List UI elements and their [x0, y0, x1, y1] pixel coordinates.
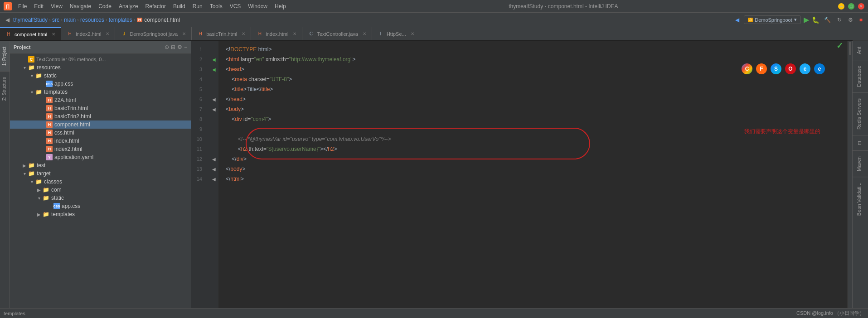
tab-httpse[interactable]: I HttpSe... ✕	[372, 27, 420, 40]
gutter-fold-2[interactable]: ◀	[209, 54, 218, 64]
tab-basictrin-close[interactable]: ✕	[242, 31, 245, 36]
vertical-scrollbar[interactable]	[848, 41, 852, 318]
gutter-fold-3[interactable]: ◀	[209, 64, 218, 74]
gutter-fold-8[interactable]	[209, 114, 218, 124]
hide-panel-icon[interactable]: −	[184, 44, 187, 50]
menu-refactor[interactable]: Refactor	[143, 2, 169, 10]
code-editor[interactable]: 1 2 3 4 5 6 7 8 9 10 11 12 13 14 ◀ ◀	[191, 41, 852, 318]
maven-panel-tab[interactable]: Maven	[853, 150, 868, 177]
menu-file[interactable]: File	[15, 2, 29, 10]
stop-button[interactable]: ■	[858, 16, 864, 24]
gutter-fold-7[interactable]: ◀	[209, 104, 218, 114]
breadcrumb-templates[interactable]: templates	[109, 17, 132, 23]
firefox-icon[interactable]: F	[756, 63, 767, 74]
tab-index[interactable]: H index.html ✕	[251, 27, 302, 40]
back-nav-button[interactable]: ◀	[733, 16, 741, 24]
tab-demo[interactable]: J DemoSpringboot.java ✕	[115, 27, 192, 40]
menu-view[interactable]: View	[48, 2, 65, 10]
gutter-fold-4[interactable]	[209, 74, 218, 84]
tab-textcontroller[interactable]: C TextController.java ✕	[302, 27, 372, 40]
tree-target[interactable]: ▾ 📁 target	[10, 169, 191, 178]
project-panel-tab[interactable]: 1: Project	[0, 41, 10, 71]
collapse-all-icon[interactable]: ⊟	[171, 44, 175, 50]
tree-basictrin[interactable]: H basicTrin.html	[10, 104, 191, 112]
tree-22a[interactable]: H 22A.html	[10, 96, 191, 104]
redis-panel-tab[interactable]: Redis Servers	[853, 92, 868, 135]
ie-icon[interactable]: e	[800, 63, 810, 74]
tree-css-html[interactable]: H css.html	[10, 129, 191, 137]
tree-test[interactable]: ▶ 📁 test	[10, 161, 191, 169]
tab-textcontroller-close[interactable]: ✕	[363, 31, 366, 36]
opera-icon[interactable]: O	[785, 63, 796, 74]
run-button[interactable]: ▶	[804, 15, 809, 24]
tree-basictrin2[interactable]: H basicTrin2.html	[10, 112, 191, 120]
safari-icon[interactable]: S	[771, 63, 781, 74]
build-button[interactable]: 🔨	[822, 16, 833, 24]
menu-navigate[interactable]: Navigate	[67, 2, 94, 10]
tab-httpse-close[interactable]: ✕	[411, 31, 414, 36]
tab-basictrin[interactable]: H basicTrin.html ✕	[192, 27, 251, 40]
menu-build[interactable]: Build	[170, 2, 188, 10]
reload-button[interactable]: ↻	[835, 16, 844, 24]
menu-edit[interactable]: Edit	[31, 2, 46, 10]
menu-tools[interactable]: Tools	[207, 2, 225, 10]
tab-demo-close[interactable]: ✕	[182, 31, 186, 36]
gutter-fold-11[interactable]	[209, 144, 218, 154]
tree-static-target[interactable]: ▾ 📁 static	[10, 194, 191, 202]
tree-templates-target[interactable]: ▶ 📁 templates	[10, 210, 191, 218]
menu-window[interactable]: Window	[245, 2, 270, 10]
tab-index2[interactable]: H index2.html ✕	[61, 27, 115, 40]
code-content[interactable]: <!DOCTYPE html> <html lang="en" xmlns:th…	[218, 41, 848, 318]
menu-help[interactable]: Help	[272, 2, 289, 10]
debug-button[interactable]: 🐛	[812, 16, 820, 24]
gutter-fold-13[interactable]: ◀	[209, 164, 218, 174]
breadcrumb-main[interactable]: main	[64, 17, 76, 23]
tree-textcontroller[interactable]: C TextController 0% methods, 0...	[10, 55, 191, 63]
tree-index2-html[interactable]: H index2.html	[10, 145, 191, 153]
gutter-fold-12[interactable]: ◀	[209, 154, 218, 164]
tree-appcss-target[interactable]: css app.css	[10, 202, 191, 210]
settings-icon[interactable]: ⚙	[177, 44, 182, 50]
tree-static[interactable]: ▾ 📁 static	[10, 72, 191, 80]
close-button[interactable]: ✕	[858, 3, 864, 10]
tree-com[interactable]: ▶ 📁 com	[10, 186, 191, 194]
structure-panel-tab[interactable]: Z: Structure	[0, 71, 10, 106]
ant-panel-tab[interactable]: Ant	[853, 41, 868, 60]
scrollbar-thumb[interactable]	[849, 42, 851, 55]
more-button[interactable]: ⚙	[846, 16, 855, 24]
tree-index-html[interactable]: H index.html	[10, 137, 191, 145]
tab-componet-close[interactable]: ✕	[52, 32, 55, 37]
menu-vcs[interactable]: VCS	[227, 2, 244, 10]
breadcrumb-file[interactable]: H componet.html	[137, 16, 180, 23]
tree-appcss-static[interactable]: css app.css	[10, 80, 191, 88]
tree-resources[interactable]: ▾ 📁 resources	[10, 63, 191, 72]
gutter-fold-1[interactable]	[209, 44, 218, 54]
menu-code[interactable]: Code	[96, 2, 114, 10]
run-config-selector[interactable]: J DemoSpringboot ▾	[744, 15, 801, 24]
database-panel-tab[interactable]: Database	[853, 60, 868, 92]
gutter-fold-5[interactable]	[209, 84, 218, 94]
gutter-fold-10[interactable]	[209, 134, 218, 144]
back-button[interactable]: ◀	[4, 16, 11, 24]
menu-run[interactable]: Run	[190, 2, 205, 10]
tab-index-close[interactable]: ✕	[293, 31, 296, 36]
edge-icon[interactable]: e	[814, 63, 825, 74]
maximize-button[interactable]: □	[848, 3, 854, 10]
tree-componet[interactable]: H componet.html	[10, 120, 191, 129]
tab-componet[interactable]: H componet.html ✕	[0, 27, 61, 40]
gutter-fold-14[interactable]: ◀	[209, 174, 218, 184]
tab-index2-close[interactable]: ✕	[106, 31, 109, 36]
breadcrumb-project[interactable]: thymealfStudy	[13, 17, 48, 23]
bean-validation-panel-tab[interactable]: Bean Validati...	[853, 177, 868, 221]
gutter-fold-6[interactable]: ◀	[209, 94, 218, 104]
locate-file-icon[interactable]: ⊙	[165, 44, 169, 50]
chrome-icon[interactable]: C	[742, 63, 752, 74]
tree-app-yaml[interactable]: Y application.yaml	[10, 153, 191, 161]
minimize-button[interactable]: ─	[838, 3, 844, 10]
breadcrumb-src[interactable]: src	[52, 17, 59, 23]
m-panel-tab[interactable]: m	[853, 135, 868, 150]
gutter-fold-9[interactable]	[209, 124, 218, 134]
tree-classes[interactable]: ▾ 📁 classes	[10, 178, 191, 186]
menu-analyze[interactable]: Analyze	[116, 2, 141, 10]
tree-templates[interactable]: ▾ 📁 templates	[10, 88, 191, 96]
